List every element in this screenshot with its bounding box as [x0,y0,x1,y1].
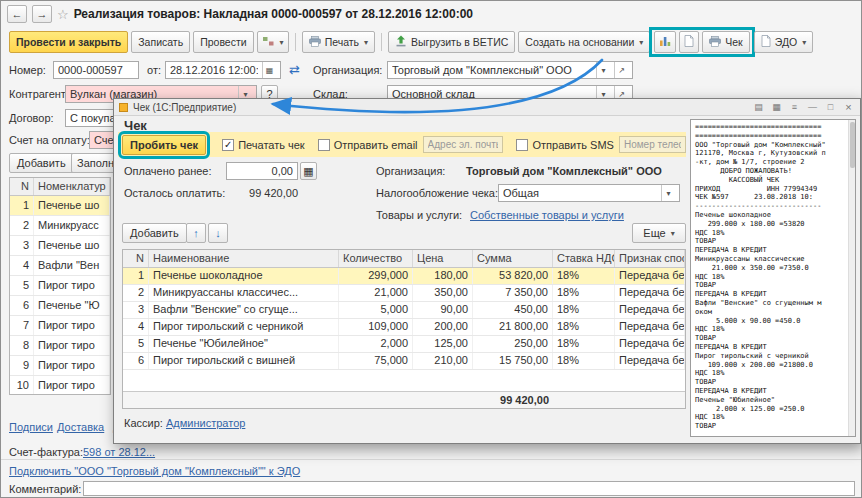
calendar-button[interactable]: ▦ [300,162,317,180]
write-button[interactable]: Записать [131,31,190,53]
report-bars-icon [659,35,671,49]
window-menu-icon[interactable]: ≡ [788,102,801,112]
dialog-titlebar[interactable]: Чек (1С:Предприятие) ▤ ▦ ≡ — □ × [114,99,860,116]
dialog-add-button[interactable]: Добавить [122,223,187,243]
close-icon[interactable]: × [842,101,855,113]
taxation-label: Налогообложение чека: [376,187,498,199]
back-button[interactable]: ← [7,5,27,23]
receipt-scrollbar[interactable] [848,120,855,436]
calendar-icon: ▦ [303,165,313,178]
item-row[interactable]: 8Пирог тиро [10,336,110,356]
check-table-row[interactable]: 6Пирог тирольский с вишней75,000210,0015… [123,353,685,370]
items-add-button[interactable]: Добавить [9,153,74,173]
left-to-pay-value: 99 420,00 [226,187,298,199]
email-input[interactable]: Адрес эл. почты [423,136,504,153]
forward-button[interactable]: → [32,5,52,23]
paid-earlier-input[interactable]: 0,00 [226,162,298,180]
calendar-icon[interactable]: ▦ [262,62,276,78]
date-input[interactable]: 28.12.2016 12:00:00 ▦ [165,61,281,79]
chevron-down-icon[interactable]: ▾ [661,185,675,201]
goods-services-label: Товары и услуги: [376,209,462,221]
save-settings-icon[interactable]: ▤ [752,102,765,112]
toolbar-separator [295,33,296,51]
1c-app-icon [119,103,128,112]
item-row[interactable]: 10Пирог тиро [10,376,110,395]
unchecked-checkbox-icon[interactable] [516,139,528,151]
arrow-down-icon: ↓ [215,227,221,239]
move-up-button[interactable]: ↑ [186,223,206,243]
back-icon: ← [12,8,23,20]
page-title: Реализация товаров: Накладная 0000-00059… [74,7,473,21]
comment-input[interactable] [83,481,855,496]
goods-services-link[interactable]: Собственные товары и услуги [470,209,624,221]
scrollbar-thumb[interactable] [850,122,855,168]
favorite-icon[interactable]: ☆ [57,7,69,22]
print-menu-button[interactable]: Печать ▾ [302,31,375,53]
dialog-title: Чек (1С:Предприятие) [133,102,236,113]
app-window: ← → ☆ Реализация товаров: Накладная 0000… [0,0,862,498]
toolbar-separator [381,33,382,51]
vetis-export-button[interactable]: Выгрузить в ВЕТИС [388,31,515,53]
send-email-option[interactable]: Отправить email [318,139,418,151]
invoice-label: Счет-фактура: [9,446,83,458]
item-row[interactable]: 2Миникруасс [10,216,110,236]
open-icon[interactable]: ↗ [614,62,628,78]
check-table-row[interactable]: 4Пирог тирольский с черникой109,000200,0… [123,319,685,336]
chevron-down-icon[interactable]: ▾ [596,62,610,78]
signatures-link[interactable]: Подписи [9,421,53,433]
item-row[interactable]: 7Пирог тиро [10,316,110,336]
register-records-icon [262,36,275,49]
punch-check-button[interactable]: Пробить чек [122,135,206,155]
chevron-down-icon: ▾ [639,38,643,47]
minimize-icon[interactable]: — [806,102,819,112]
item-row[interactable]: 4Вафли "Вен [10,256,110,276]
item-row[interactable]: 5Пирог тиро [10,276,110,296]
organization-input[interactable]: Торговый дом "Комплексный" ООО ▾ ↗ [387,61,633,79]
unchecked-checkbox-icon[interactable] [318,139,330,151]
table-total-row: 99 420,00 [123,391,685,408]
check-table-row[interactable]: 3Вафли "Венские" со сгуще...5,00090,0045… [123,302,685,319]
receipt-text: ============================== =========… [691,120,855,434]
attached-files-button[interactable] [679,31,699,53]
check-table-row[interactable]: 1Печенье шоколадное299,000180,0053 820,0… [123,268,685,285]
maximize-icon[interactable]: □ [824,102,837,112]
reports-button[interactable] [654,31,676,53]
item-row[interactable]: 6Печенье "Ю [10,296,110,316]
check-action-bar: Пробить чек ✓ Печатать чек Отправить ema… [118,132,686,157]
send-sms-option[interactable]: Отправить SMS [516,139,613,151]
document-icon [761,35,771,49]
invoice-link[interactable]: 598 от 28.12... [83,446,155,458]
delivery-link[interactable]: Доставка [57,421,104,433]
edo-connect-link[interactable]: Подключить "ООО "Торговый дом "Комплексн… [9,465,300,477]
invoice-for-payment-label: Счет на оплату: [9,134,90,146]
item-row[interactable]: 3Печенье шо [10,236,110,256]
number-label: Номер: [9,64,46,76]
items-fill-button[interactable]: Заполнить [71,153,115,173]
check-table-header: N Наименование Количество Цена Сумма Ста… [123,250,685,268]
check-table-row[interactable]: 5Печенье "Юбилейное"2,000125,00250,0018%… [123,336,685,353]
checked-checkbox-icon[interactable]: ✓ [222,139,234,151]
create-on-base-button[interactable]: Создать на основании ▾ [518,31,650,53]
number-input[interactable]: 0000-000597 [53,61,139,79]
dialog-heading: Чек [124,118,147,133]
move-down-button[interactable]: ↓ [208,223,228,243]
check-table-row[interactable]: 2Миникруассаны классичес...21,000350,007… [123,285,685,302]
taxation-input[interactable]: Общая ▾ [498,184,680,202]
date-label: от: [147,64,161,76]
more-button[interactable]: Еще ▾ [632,223,686,243]
post-button[interactable]: Провести [193,31,253,53]
print-check-option[interactable]: ✓ Печатать чек [222,139,305,151]
edo-menu-button[interactable]: ЭДО ▾ [754,31,814,53]
check-button[interactable]: Чек [702,31,749,53]
item-row[interactable]: 1Печенье шо [10,196,110,216]
cashier-link[interactable]: Администратор [166,417,245,429]
history-swap-icon[interactable]: ⇄ [289,62,300,77]
arrow-up-icon: ↑ [193,227,199,239]
post-and-close-button[interactable]: Провести и закрыть [9,31,128,53]
chevron-down-icon: ▾ [671,229,675,238]
window-grid-icon[interactable]: ▦ [770,102,783,112]
register-records-button[interactable]: ▾ [257,31,289,53]
chevron-down-icon: ▾ [802,38,806,47]
phone-input[interactable]: Номер телефона [619,136,686,153]
item-row[interactable]: 9Пирог тиро [10,356,110,376]
